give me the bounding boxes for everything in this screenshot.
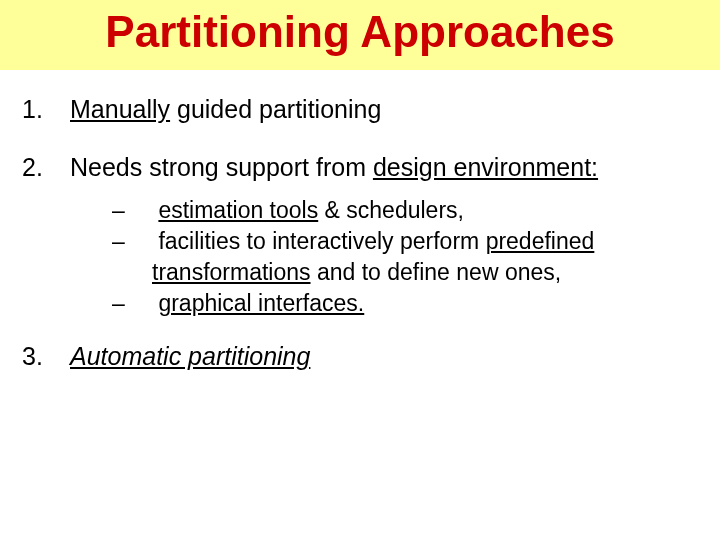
slide: Partitioning Approaches 1. Manually guid… xyxy=(0,0,720,540)
title-band: Partitioning Approaches xyxy=(0,0,720,70)
sub-item-2: – facilities to interactively perform pr… xyxy=(112,226,698,288)
slide-title: Partitioning Approaches xyxy=(0,8,720,56)
bullet-dash: – xyxy=(112,288,152,319)
sub-item-3: – graphical interfaces. xyxy=(112,288,698,319)
list-number: 3. xyxy=(22,341,70,372)
text-graphical-interfaces: graphical interfaces. xyxy=(158,290,364,316)
text-automatic-partitioning: Automatic partitioning xyxy=(70,342,310,370)
sub-item-1: – estimation tools & schedulers, xyxy=(112,195,698,226)
text-define-new: and to define new ones, xyxy=(311,259,562,285)
list-text: Needs strong support from design environ… xyxy=(70,152,698,183)
sub-text: graphical interfaces. xyxy=(152,288,698,319)
list-item-3: 3. Automatic partitioning xyxy=(22,341,698,372)
list-item-2: 2. Needs strong support from design envi… xyxy=(22,152,698,183)
text-guided: guided partitioning xyxy=(170,95,381,123)
text-schedulers: & schedulers, xyxy=(318,197,464,223)
sub-text: estimation tools & schedulers, xyxy=(152,195,698,226)
list-number: 2. xyxy=(22,152,70,183)
slide-body: 1. Manually guided partitioning 2. Needs… xyxy=(0,70,720,372)
text-manually: Manually xyxy=(70,95,170,123)
list-text: Manually guided partitioning xyxy=(70,94,698,125)
sublist: – estimation tools & schedulers, – facil… xyxy=(112,195,698,319)
list-text: Automatic partitioning xyxy=(70,341,698,372)
bullet-dash: – xyxy=(112,195,152,226)
bullet-dash: – xyxy=(112,226,152,257)
list-item-1: 1. Manually guided partitioning xyxy=(22,94,698,125)
sub-text: facilities to interactively perform pred… xyxy=(152,226,698,288)
text-facilities: facilities to interactively perform xyxy=(158,228,485,254)
text-estimation-tools: estimation tools xyxy=(158,197,318,223)
text-design-env: design environment: xyxy=(373,153,598,181)
list-number: 1. xyxy=(22,94,70,125)
text-needs: Needs strong support from xyxy=(70,153,373,181)
